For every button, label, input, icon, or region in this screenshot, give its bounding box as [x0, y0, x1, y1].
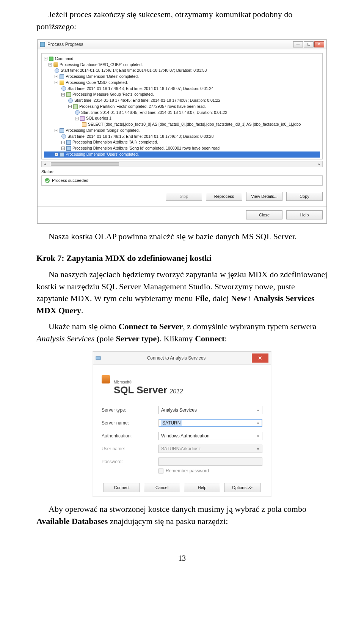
copy-button[interactable]: Copy: [286, 192, 323, 201]
bold-new: New: [231, 293, 247, 303]
chevron-down-icon: ▾: [255, 433, 260, 439]
tree-node-attr-all[interactable]: +Processing Dimension Attribute '(All)' …: [44, 139, 320, 145]
reprocess-button[interactable]: Reprocess: [206, 192, 242, 201]
server-name-combo[interactable]: SATURN ▾: [158, 419, 262, 427]
step7-paragraph-2: Ukaże nam się okno Connect to Server, z …: [36, 320, 328, 345]
dimension-icon: [60, 152, 64, 157]
tree-node-select[interactable]: SELECT [dbo_facts].[dbo_facts0_0] AS [db…: [44, 121, 320, 128]
collapse-icon[interactable]: −: [49, 63, 52, 66]
brand-logo: Microsoft® SQL Server 2012: [102, 375, 262, 396]
expand-icon[interactable]: +: [55, 153, 58, 156]
close-icon[interactable]: ✕: [252, 353, 268, 363]
tree-label: Processing Dimension Attribute 'Song Id'…: [72, 145, 221, 151]
help-button[interactable]: Help: [286, 210, 323, 219]
sqlserver-icon: [102, 375, 110, 383]
help-button[interactable]: Help: [184, 483, 220, 492]
text-run: , z domyślnie wybranym typem serwera: [183, 322, 316, 331]
tree-node-time[interactable]: Start time: 2014-01-18 17:46:15; End tim…: [44, 134, 320, 140]
tree-node-time[interactable]: Start time: 2014-01-18 17:46:14; End tim…: [44, 68, 320, 74]
sql-icon: [80, 116, 85, 121]
intro-paragraph: Jeżeli proces zakończy się sukcesem, otr…: [36, 8, 328, 33]
partition-icon: [73, 104, 78, 109]
close-button[interactable]: Close: [246, 210, 282, 219]
options-button[interactable]: Options >>: [224, 483, 260, 492]
connect-button-row: Connect Cancel Help Options >>: [93, 479, 271, 496]
window-title: Connect to Analysis Services: [101, 355, 252, 361]
minimize-icon[interactable]: —: [293, 41, 303, 47]
italic-analysis-services: Analysis Services: [36, 334, 94, 343]
tree-label: Processing Dimension 'Songs' completed.: [66, 128, 140, 134]
label-authentication: Authentication:: [102, 433, 155, 439]
brand-year: 2012: [169, 388, 183, 395]
authentication-combo[interactable]: Windows Authentication ▾: [158, 432, 262, 440]
process-progress-dialog: Process Progress — ▢ ✕ −Command −Process…: [37, 39, 327, 224]
closing-paragraph: Aby operować na stworzonej kostce danych…: [36, 503, 328, 527]
tree-node-sqlqueries[interactable]: −SQL queries 1: [44, 115, 320, 121]
tree-node-time[interactable]: Start time: 2014-01-18 17:46:43; End tim…: [44, 86, 320, 92]
page-number: 13: [36, 554, 328, 563]
clock-icon: [61, 86, 66, 91]
stop-button[interactable]: Stop: [166, 192, 202, 201]
collapse-icon[interactable]: −: [55, 81, 58, 84]
text-run: i: [247, 293, 253, 303]
tree-node-database[interactable]: −Processing Database 'MSD_CUBE' complete…: [44, 62, 320, 68]
tree-node-dim-dates[interactable]: +Processing Dimension 'Dates' completed.: [44, 74, 320, 80]
tree-node-attr-song[interactable]: +Processing Dimension Attribute 'Song Id…: [44, 145, 320, 151]
step7-paragraph-1: Na naszych zajęciach będziemy tworzyć za…: [36, 268, 328, 317]
scroll-left-icon[interactable]: ◂: [42, 161, 48, 167]
tree-node-dim-songs[interactable]: −Processing Dimension 'Songs' completed.: [44, 128, 320, 134]
chevron-down-icon: ▾: [255, 446, 260, 451]
tree-node-time[interactable]: Start time: 2014-01-18 17:46:45; End tim…: [44, 110, 320, 116]
cube-icon: [60, 80, 64, 85]
titlebar: Process Progress — ▢ ✕: [38, 40, 326, 49]
horizontal-scrollbar[interactable]: ◂ ▸: [41, 161, 323, 167]
combo-value: SATURN: [161, 420, 182, 426]
brand-ms: Microsoft®: [114, 380, 183, 384]
tree-content: −Command −Processing Database 'MSD_CUBE'…: [44, 56, 320, 158]
button-row-1: Stop Reprocess View Details... Copy: [38, 189, 326, 205]
combo-value: Analysis Services: [161, 407, 197, 413]
collapse-icon[interactable]: −: [75, 117, 78, 120]
tree-node-cube[interactable]: −Processing Cube 'MSD' completed.: [44, 80, 320, 86]
collapse-icon[interactable]: −: [68, 105, 72, 108]
close-icon[interactable]: ✕: [314, 41, 324, 47]
tree-node-partition[interactable]: −Processing Partition 'Facts' completed.…: [44, 104, 320, 110]
password-field: [158, 458, 262, 466]
text-run: , dalej: [209, 293, 231, 303]
tree-label: Processing Measure Group 'Facts' complet…: [72, 92, 154, 98]
connect-button[interactable]: Connect: [104, 483, 140, 492]
tree-node-command[interactable]: −Command: [44, 56, 320, 62]
attribute-icon: [66, 146, 71, 151]
label-username: User name:: [102, 446, 155, 451]
collapse-icon[interactable]: −: [61, 93, 65, 96]
status-box: Process succeeded.: [41, 175, 323, 186]
tree-label: Start time: 2014-01-18 17:46:15; End tim…: [67, 134, 213, 140]
measuregroup-icon: [66, 92, 71, 97]
scroll-thumb[interactable]: [51, 162, 119, 166]
tree-node-mgroup[interactable]: −Processing Measure Group 'Facts' comple…: [44, 92, 320, 98]
play-icon: [49, 57, 53, 61]
label-server-name: Server name:: [102, 420, 155, 426]
tree-view[interactable]: −Command −Processing Database 'MSD_CUBE'…: [41, 53, 323, 159]
maximize-icon[interactable]: ▢: [304, 41, 314, 47]
label-password: Password:: [102, 459, 155, 464]
expand-icon[interactable]: +: [55, 75, 58, 78]
tree-node-time[interactable]: Start time: 2014-01-18 17:46:45; End tim…: [44, 98, 320, 104]
tree-node-dim-users[interactable]: +Processing Dimension 'Users' completed.: [44, 151, 320, 158]
expand-icon[interactable]: +: [61, 147, 65, 150]
tree-label: Start time: 2014-01-18 17:46:43; End tim…: [67, 86, 213, 92]
view-details-button[interactable]: View Details...: [246, 192, 282, 201]
label-server-type: Server type:: [102, 407, 155, 413]
text-run: Ukaże nam się okno: [49, 322, 119, 331]
tree-label: Processing Cube 'MSD' completed.: [66, 80, 128, 86]
scroll-right-icon[interactable]: ▸: [316, 161, 322, 167]
collapse-icon[interactable]: −: [44, 57, 47, 60]
window-buttons: — ▢ ✕: [293, 41, 324, 47]
svg-rect-1: [96, 357, 100, 360]
server-type-combo[interactable]: Analysis Services ▾: [158, 406, 262, 414]
expand-icon[interactable]: +: [61, 141, 65, 144]
collapse-icon[interactable]: −: [55, 129, 58, 132]
tree-label: Processing Dimension 'Dates' completed.: [66, 74, 139, 80]
status-text: Process succeeded.: [52, 178, 89, 183]
cancel-button[interactable]: Cancel: [144, 483, 180, 492]
